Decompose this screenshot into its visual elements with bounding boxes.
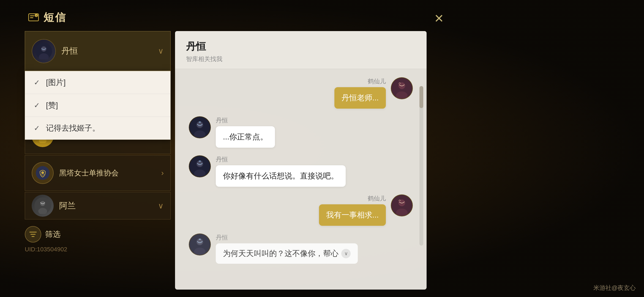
message-row-3: 丹恒 你好像有什么话想说。直接说吧。: [189, 155, 413, 187]
avatar-hexianr-4: [391, 194, 413, 216]
contact-item-danheng[interactable]: 丹恒 ∨: [25, 31, 171, 71]
contact-name-alan: 阿兰: [59, 200, 152, 211]
msg-bubble-2: ...你正常点。: [216, 126, 275, 148]
dropdown-label-reminder: 记得去找姬子。: [46, 123, 100, 133]
msg-sender-5: 丹恒: [216, 233, 358, 242]
dropdown-label-like: [赞]: [46, 100, 58, 111]
modal-header: ! 短信: [25, 6, 427, 31]
chat-header: 丹恒 智库相关找我: [175, 31, 427, 69]
message-row-5: 丹恒 为何天天叫叫的？这不像你，帮心 ∨: [189, 233, 413, 264]
dropdown-item-image[interactable]: ✓ [图片]: [25, 71, 170, 94]
msg-bubble-4: 我有一事相求...: [319, 204, 386, 226]
msg-bubble-1: 丹恒老师...: [334, 87, 386, 109]
chat-panel: 丹恒 智库相关找我: [175, 31, 427, 290]
contact-name-danheng: 丹恒: [61, 45, 152, 57]
avatar-hexianr-1: [391, 77, 413, 99]
svg-rect-2: [30, 17, 33, 18]
filter-button[interactable]: 筛选: [25, 226, 171, 243]
msg-sender-3: 丹恒: [216, 155, 346, 164]
msg-content-4: 鹤仙儿 我有一事相求...: [319, 194, 386, 226]
uid-display: UID:103504902: [25, 246, 171, 253]
svg-rect-24: [199, 122, 201, 123]
contact-item-alan[interactable]: 阿兰 ∨: [25, 192, 171, 219]
msg-content-2: 丹恒 ...你正常点。: [216, 116, 275, 148]
message-icon: !: [28, 12, 40, 24]
check-icon-reminder: ✓: [34, 124, 42, 133]
msg-sender-4: 鹤仙儿: [319, 194, 386, 203]
watermark: 米游社@夜玄心: [593, 284, 636, 292]
avatar-danheng-3: [189, 155, 211, 177]
message-row-1: 鹤仙儿 丹恒老师...: [189, 77, 413, 109]
svg-rect-1: [30, 15, 34, 16]
avatar-danheng-2: [189, 116, 211, 138]
message-row-4: 鹤仙儿 我有一事相求...: [189, 194, 413, 226]
filter-label: 筛选: [45, 229, 61, 240]
svg-rect-37: [199, 239, 201, 240]
page-title: 短信: [43, 10, 67, 24]
dropdown-menu-danheng: ✓ [图片] ✓ [赞] ✓ 记得去找姬子。: [25, 71, 171, 140]
message-row-2: 丹恒 ...你正常点。: [189, 116, 413, 148]
chat-subtitle: 智库相关找我: [186, 55, 416, 63]
expand-arrow-icon[interactable]: ∨: [341, 249, 351, 258]
svg-point-15: [40, 201, 45, 206]
check-icon-image: ✓: [34, 78, 42, 87]
check-icon-like: ✓: [34, 101, 42, 110]
content-area: 丹恒 ∨ ✓ [图片] ✓ [赞] ✓ 记得去找姬子。: [25, 31, 427, 290]
dropdown-label-image: [图片]: [46, 77, 66, 88]
sidebar: 丹恒 ∨ ✓ [图片] ✓ [赞] ✓ 记得去找姬子。: [25, 31, 171, 290]
msg-sender-1: 鹤仙儿: [334, 77, 386, 86]
dropdown-arrow-danheng[interactable]: ∨: [158, 46, 164, 56]
dropdown-item-reminder[interactable]: ✓ 记得去找姬子。: [25, 117, 170, 139]
avatar-danheng-5: [189, 233, 211, 255]
svg-rect-29: [199, 161, 201, 162]
close-button[interactable]: ×: [429, 8, 449, 28]
dropdown-item-like[interactable]: ✓ [赞]: [25, 94, 170, 117]
msg-content-5: 丹恒 为何天天叫叫的？这不像你，帮心 ∨: [216, 233, 358, 264]
avatar-danheng: [32, 39, 56, 63]
chat-messages: 鹤仙儿 丹恒老师...: [175, 69, 427, 290]
avatar-heta-women: [32, 162, 54, 184]
filter-icon: [25, 226, 41, 243]
arrow-heta-women: ›: [161, 169, 164, 177]
modal-container: × ! 短信: [25, 6, 427, 292]
svg-text:!: !: [36, 15, 37, 17]
msg-content-3: 丹恒 你好像有什么话想说。直接说吧。: [216, 155, 346, 187]
avatar-alan: [32, 195, 54, 217]
chat-contact-name: 丹恒: [186, 40, 416, 53]
msg-bubble-3: 你好像有什么话想说。直接说吧。: [216, 165, 346, 187]
svg-point-13: [41, 171, 44, 174]
group-name-heta-women: 黑塔女士单推协会: [59, 168, 156, 178]
msg-content-1: 鹤仙儿 丹恒老师...: [334, 77, 386, 109]
arrow-alan: ∨: [158, 201, 164, 210]
msg-bubble-5[interactable]: 为何天天叫叫的？这不像你，帮心 ∨: [216, 243, 358, 264]
contact-item-heta-women[interactable]: 黑塔女士单推协会 ›: [25, 155, 171, 191]
msg-sender-2: 丹恒: [216, 116, 275, 125]
